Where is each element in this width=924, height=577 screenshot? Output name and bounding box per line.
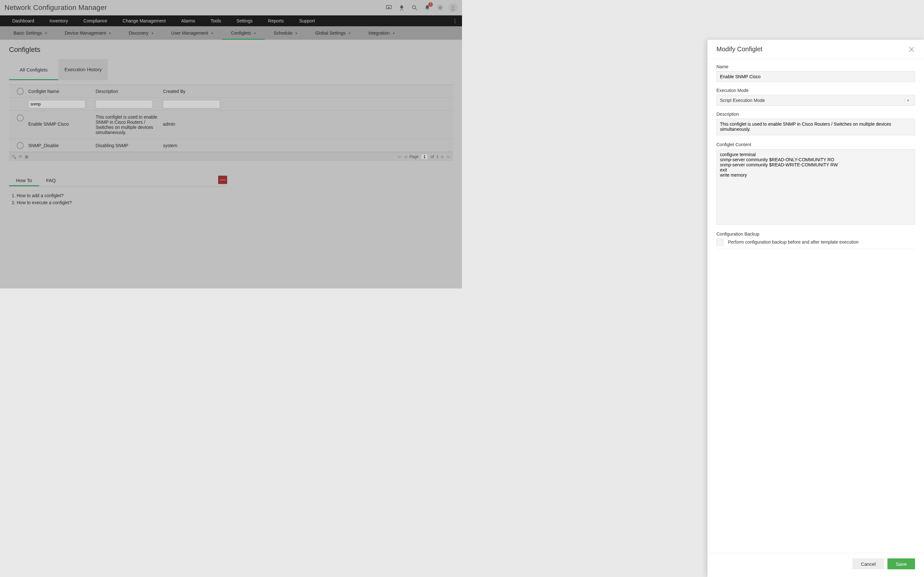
modal-scrim	[0, 0, 462, 288]
